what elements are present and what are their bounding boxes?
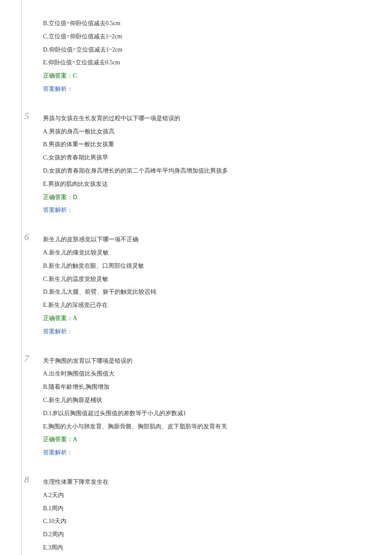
option-item: B.随着年龄增长,胸围增加: [43, 381, 366, 394]
question-number: 7: [24, 353, 29, 364]
correct-answer: 正确答案：A: [43, 312, 366, 325]
answer-analysis-label: 答案解析：: [43, 204, 366, 217]
question-stem: 生理性体重下降常发生在: [43, 476, 366, 489]
option-item: E.3周内: [43, 541, 366, 555]
question-8: 8 生理性体重下降常发生在 A.2天内 B.1周内 C.10天内 D.2周内 E…: [43, 476, 366, 555]
question-stem: 关于胸围的发育以下哪项是错误的: [43, 355, 366, 368]
option-list: B.立位值=仰卧位值减去0.5cm C.立位值=仰卧位值减去1~2cm D.仰卧…: [43, 17, 366, 69]
option-item: E.胸围的大小与肺发育、胸廓骨骼、胸部肌肉、皮下脂肪等的发育有关: [43, 420, 366, 434]
correct-answer-label: 正确答案：: [43, 315, 73, 321]
option-item: E.新生儿的深感觉已存在: [43, 299, 366, 312]
option-list: A.新生儿的痛觉比较灵敏 B.新生儿的触觉在眼、口周部位很灵敏 C.新生儿的温度…: [43, 246, 366, 312]
option-item: B.1周内: [43, 502, 366, 515]
correct-answer-label: 正确答案：: [43, 194, 73, 200]
option-item: A.2天内: [43, 489, 366, 502]
option-item: A.新生儿的痛觉比较灵敏: [43, 246, 366, 260]
correct-answer-value: A: [73, 315, 77, 321]
question-stem: 男孩与女孩在生长发育的过程中以下哪一项是错误的: [43, 112, 366, 125]
correct-answer-value: D: [73, 194, 77, 200]
option-item: E.仰卧位值=立位值减去0.5cm: [43, 56, 366, 69]
option-item: C.新生儿的胸廓是桶状: [43, 394, 366, 407]
question-4-continuation: B.立位值=仰卧位值减去0.5cm C.立位值=仰卧位值减去1~2cm D.仰卧…: [43, 17, 366, 96]
question-5: 5 男孩与女孩在生长发育的过程中以下哪一项是错误的 A.男孩的身高一般比女孩高 …: [43, 112, 366, 217]
option-item: D.仰卧位值=立位值减去1~2cm: [43, 43, 366, 57]
option-item: C.10天内: [43, 515, 366, 528]
option-item: D.1岁以后胸围值超过头围值的差数等于小儿的岁数减1: [43, 407, 366, 420]
question-number: 6: [24, 231, 29, 243]
correct-answer-value: C: [73, 72, 77, 79]
option-item: C.女孩的青春期比男孩早: [43, 151, 366, 165]
option-list: A.男孩的身高一般比女孩高 B.男孩的体重一般比女孩重 C.女孩的青春期比男孩早…: [43, 125, 366, 191]
question-7: 7 关于胸围的发育以下哪项是错误的 A.出生时胸围值比头围值大 B.随着年龄增长…: [43, 355, 366, 460]
answer-analysis-label: 答案解析：: [43, 83, 366, 96]
option-item: B.立位值=仰卧位值减去0.5cm: [43, 17, 366, 30]
correct-answer-label: 正确答案：: [43, 72, 73, 79]
correct-answer-value: A: [73, 436, 77, 442]
correct-answer: 正确答案：A: [43, 433, 366, 446]
correct-answer: 正确答案：C: [43, 69, 366, 83]
question-number: 8: [24, 474, 29, 485]
correct-answer-label: 正确答案：: [43, 436, 73, 442]
page-content: B.立位值=仰卧位值减去0.5cm C.立位值=仰卧位值减去1~2cm D.仰卧…: [21, 0, 392, 555]
option-item: D.女孩的青春期在身高增长的的第二个高峰年平均身高增加值比男孩多: [43, 165, 366, 178]
option-item: C.立位值=仰卧位值减去1~2cm: [43, 30, 366, 43]
option-list: A.2天内 B.1周内 C.10天内 D.2周内 E.3周内: [43, 489, 366, 555]
option-list: A.出生时胸围值比头围值大 B.随着年龄增长,胸围增加 C.新生儿的胸廓是桶状 …: [43, 367, 366, 433]
option-item: D.新生儿大腿、前臂、躯干的触觉比较迟钝: [43, 286, 366, 299]
option-item: C.新生儿的温度觉较灵敏: [43, 273, 366, 286]
question-stem: 新生儿的皮肤感觉以下哪一项不正确: [43, 233, 366, 246]
question-number: 5: [24, 110, 29, 121]
option-item: E.男孩的肌肉比女孩发达: [43, 178, 366, 191]
option-item: A.出生时胸围值比头围值大: [43, 367, 366, 381]
correct-answer: 正确答案：D: [43, 191, 366, 204]
option-item: B.新生儿的触觉在眼、口周部位很灵敏: [43, 260, 366, 273]
question-6: 6 新生儿的皮肤感觉以下哪一项不正确 A.新生儿的痛觉比较灵敏 B.新生儿的触觉…: [43, 233, 366, 338]
option-item: A.男孩的身高一般比女孩高: [43, 125, 366, 139]
answer-analysis-label: 答案解析：: [43, 325, 366, 338]
option-item: B.男孩的体重一般比女孩重: [43, 138, 366, 151]
answer-analysis-label: 答案解析：: [43, 446, 366, 460]
option-item: D.2周内: [43, 528, 366, 541]
